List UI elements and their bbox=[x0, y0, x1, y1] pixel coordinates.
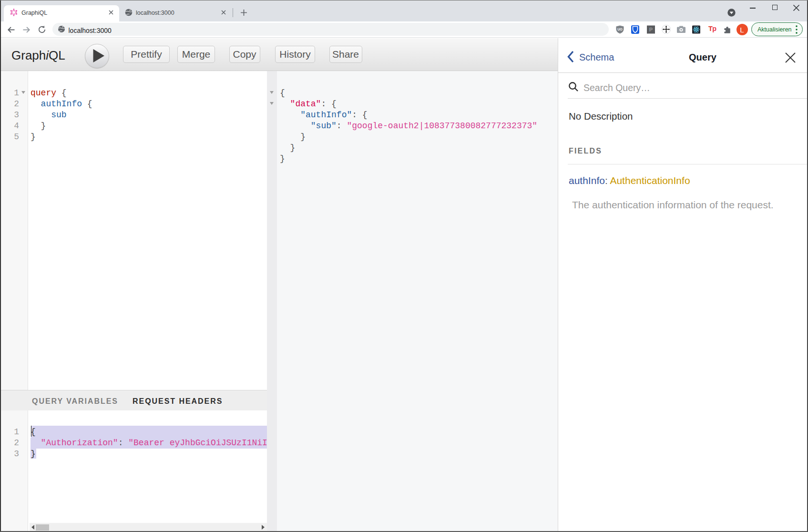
svg-text:UO: UO bbox=[617, 28, 623, 31]
svg-text:P: P bbox=[649, 27, 653, 32]
